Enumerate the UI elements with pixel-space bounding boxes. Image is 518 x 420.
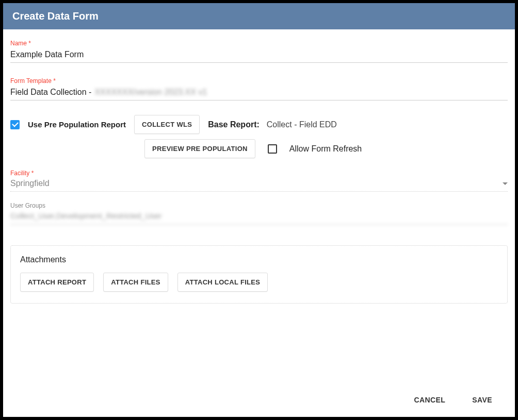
attachments-buttons: ATTACH REPORT ATTACH FILES ATTACH LOCAL … [20, 273, 498, 292]
facility-select[interactable]: Springfield [10, 178, 508, 192]
user-groups-field: User Groups Collect_User,Development_Res… [10, 202, 508, 225]
use-prepop-checkbox[interactable] [10, 120, 20, 129]
name-field: Name * [10, 40, 508, 63]
base-report: Base Report: Collect - Field EDD [208, 120, 337, 129]
prepop-row-2: PREVIEW PRE POPULATION Allow Form Refres… [10, 139, 508, 158]
cancel-button[interactable]: CANCEL [411, 395, 449, 405]
form-template-input[interactable]: Field Data Collection - XXXXXXX/version … [10, 86, 508, 100]
collect-wls-button[interactable]: COLLECT WLS [134, 115, 200, 134]
form-template-label: Form Template * [10, 77, 508, 85]
attach-local-files-button[interactable]: ATTACH LOCAL FILES [177, 273, 268, 292]
dialog-footer: CANCEL SAVE [3, 386, 515, 417]
facility-value: Springfield [10, 179, 50, 188]
attachments-heading: Attachments [20, 255, 498, 264]
attach-report-button[interactable]: ATTACH REPORT [20, 273, 94, 292]
user-groups-label: User Groups [10, 202, 508, 209]
facility-field: Facility * Springfield [10, 170, 508, 192]
form-template-field: Form Template * Field Data Collection - … [10, 77, 508, 100]
allow-refresh-label: Allow Form Refresh [289, 144, 362, 154]
base-report-value: Collect - Field EDD [267, 120, 337, 129]
dialog-title: Create Data Form [3, 3, 515, 29]
prepop-row: Use Pre Population Report COLLECT WLS Ba… [10, 115, 508, 134]
form-template-prefix: Field Data Collection - [10, 88, 91, 97]
facility-label: Facility * [10, 170, 508, 177]
attach-files-button[interactable]: ATTACH FILES [103, 273, 168, 292]
form-template-obscured: XXXXXXX/version 2023.XX v1 [94, 88, 207, 97]
preview-prepop-button[interactable]: PREVIEW PRE POPULATION [144, 139, 255, 158]
create-data-form-dialog: Create Data Form Name * Form Template * … [3, 3, 515, 417]
base-report-label: Base Report: [208, 120, 260, 129]
dialog-body: Name * Form Template * Field Data Collec… [3, 29, 515, 386]
use-prepop-label: Use Pre Population Report [28, 120, 126, 129]
allow-refresh-checkbox[interactable] [268, 144, 277, 154]
user-groups-value[interactable]: Collect_User,Development_Restricted_User [10, 210, 508, 225]
name-label: Name * [10, 40, 508, 47]
save-button[interactable]: SAVE [469, 395, 495, 405]
attachments-panel: Attachments ATTACH REPORT ATTACH FILES A… [10, 245, 508, 304]
chevron-down-icon [503, 182, 508, 185]
name-input[interactable] [10, 48, 508, 63]
